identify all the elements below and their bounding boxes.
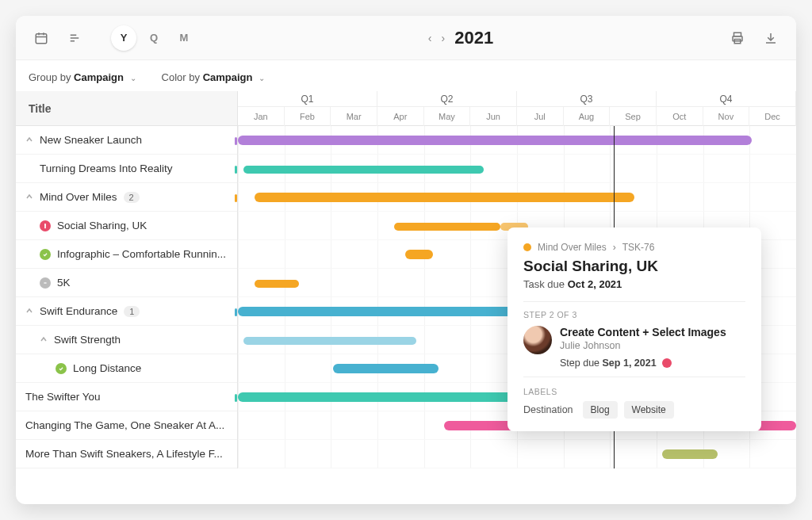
- row-label: 5K: [57, 277, 71, 289]
- row-label: New Sneaker Launch: [40, 134, 142, 146]
- app-frame: Y Q M ‹ › 2021 Group by Campaign ⌄ Color…: [16, 16, 796, 504]
- month-label: Oct: [657, 107, 703, 126]
- title-row[interactable]: More Than Swift Sneakers, A Lifestyle F.…: [16, 440, 237, 468]
- title-row[interactable]: Swift Endurance1: [16, 297, 237, 326]
- chevron-down-icon: ⌄: [130, 74, 136, 82]
- group-by-value: Campaign: [74, 71, 124, 83]
- month-label: Sep: [610, 107, 657, 126]
- group-by-dropdown[interactable]: Group by Campaign ⌄: [29, 71, 136, 83]
- gantt-header: Title Q1Q2Q3Q4 JanFebMarAprMayJunJulAugS…: [16, 91, 796, 126]
- step-title: Create Content + Select Images: [560, 326, 726, 338]
- gantt-bar[interactable]: [662, 449, 718, 459]
- title-row[interactable]: 5K: [16, 269, 237, 297]
- divider: [523, 377, 745, 377]
- color-by-prefix: Color by: [162, 71, 200, 83]
- title-row[interactable]: Changing The Game, One Sneaker At A...: [16, 411, 237, 440]
- month-label: Apr: [377, 107, 424, 126]
- divider: [523, 301, 745, 302]
- caret-icon: [40, 335, 48, 345]
- breadcrumb-id: TSK-76: [622, 242, 655, 253]
- gantt-bar[interactable]: [238, 136, 752, 145]
- month-label: Aug: [564, 107, 611, 126]
- count-badge: 1: [124, 306, 140, 317]
- breadcrumb[interactable]: Mind Over Miles › TSK-76: [523, 242, 745, 253]
- row-label: Mind Over Miles: [40, 191, 117, 203]
- quarter-label: Q2: [377, 91, 517, 106]
- month-label: Jan: [238, 107, 285, 126]
- bar-row[interactable]: [238, 126, 796, 155]
- gantt-bar[interactable]: [243, 337, 416, 345]
- title-row[interactable]: Social Sharing, UK: [16, 212, 237, 240]
- view-quarter-button[interactable]: Q: [141, 25, 167, 51]
- bar-row[interactable]: [238, 155, 796, 183]
- row-label: Turning Dreams Into Reality: [40, 162, 173, 174]
- step-count-label: STEP 2 OF 3: [523, 310, 745, 319]
- step-row[interactable]: Create Content + Select Images Julie Joh…: [523, 326, 745, 369]
- avatar: [523, 326, 552, 354]
- labels-heading: LABELS: [523, 387, 745, 396]
- gantt-bar[interactable]: [405, 250, 433, 259]
- next-year-button[interactable]: ›: [442, 32, 446, 44]
- calendar-icon[interactable]: [29, 25, 54, 51]
- task-detail-card: Mind Over Miles › TSK-76 Social Sharing,…: [508, 228, 761, 431]
- gantt-bar[interactable]: [255, 193, 634, 202]
- month-label: Jun: [470, 107, 517, 126]
- row-label: More Than Swift Sneakers, A Lifestyle F.…: [25, 448, 223, 460]
- status-dot: [56, 363, 67, 374]
- top-toolbar: Y Q M ‹ › 2021: [16, 16, 796, 60]
- title-row[interactable]: Turning Dreams Into Reality: [16, 155, 237, 183]
- grouping-controls: Group by Campaign ⌄ Color by Campaign ⌄: [16, 60, 796, 91]
- campaign-color-dot: [523, 243, 531, 251]
- row-tick: [235, 166, 237, 174]
- row-tick: [235, 394, 237, 402]
- row-label: Changing The Game, One Sneaker At A...: [25, 419, 224, 431]
- gantt-bar[interactable]: [255, 280, 299, 288]
- chevron-down-icon: ⌄: [259, 74, 265, 82]
- month-label: Dec: [749, 107, 796, 126]
- prev-year-button[interactable]: ‹: [428, 32, 432, 44]
- title-list: New Sneaker LaunchTurning Dreams Into Re…: [16, 126, 238, 468]
- alert-icon: [662, 358, 672, 368]
- bar-row[interactable]: [238, 183, 796, 212]
- task-due: Task due Oct 2, 2021: [523, 278, 745, 290]
- svg-rect-0: [36, 33, 47, 43]
- download-icon[interactable]: [758, 25, 783, 51]
- title-row[interactable]: Swift Strength: [16, 326, 237, 354]
- title-row[interactable]: The Swifter You: [16, 383, 237, 411]
- view-year-button[interactable]: Y: [111, 25, 136, 51]
- row-label: Social Sharing, UK: [57, 220, 147, 231]
- bar-row[interactable]: [238, 440, 796, 468]
- row-tick: [235, 308, 237, 316]
- status-dot: [40, 220, 51, 231]
- title-row[interactable]: Mind Over Miles2: [16, 183, 237, 212]
- gantt-bar[interactable]: [243, 166, 484, 174]
- title-row[interactable]: Long Distance: [16, 354, 237, 383]
- timeline-header: Q1Q2Q3Q4 JanFebMarAprMayJunJulAugSepOctN…: [238, 91, 796, 125]
- caret-icon: [25, 136, 33, 145]
- assignee-name: Julie Johnson: [560, 340, 726, 351]
- quarter-label: Q3: [517, 91, 657, 106]
- color-by-dropdown[interactable]: Color by Campaign ⌄: [162, 71, 266, 83]
- title-row[interactable]: New Sneaker Launch: [16, 126, 237, 155]
- color-by-value: Campaign: [203, 71, 253, 83]
- quarter-label: Q1: [238, 91, 377, 106]
- list-icon[interactable]: [62, 25, 87, 51]
- row-tick: [235, 137, 237, 145]
- status-dot: [40, 277, 51, 289]
- row-tick: [235, 194, 237, 202]
- tag[interactable]: Blog: [583, 401, 618, 419]
- breadcrumb-sep: ›: [613, 242, 616, 253]
- gantt-bar[interactable]: [394, 223, 500, 231]
- label-text: Destination: [523, 404, 573, 415]
- svg-rect-12: [44, 224, 45, 226]
- group-by-prefix: Group by: [29, 71, 71, 83]
- row-label: The Swifter You: [25, 391, 101, 403]
- count-badge: 2: [124, 192, 140, 203]
- tag[interactable]: Website: [624, 401, 674, 419]
- view-range-toggle: Y Q M: [111, 25, 197, 51]
- breadcrumb-parent: Mind Over Miles: [538, 242, 607, 253]
- print-icon[interactable]: [725, 25, 750, 51]
- title-row[interactable]: Infographic – Comfortable Runnin...: [16, 240, 237, 269]
- gantt-bar[interactable]: [333, 364, 439, 373]
- view-month-button[interactable]: M: [171, 25, 197, 51]
